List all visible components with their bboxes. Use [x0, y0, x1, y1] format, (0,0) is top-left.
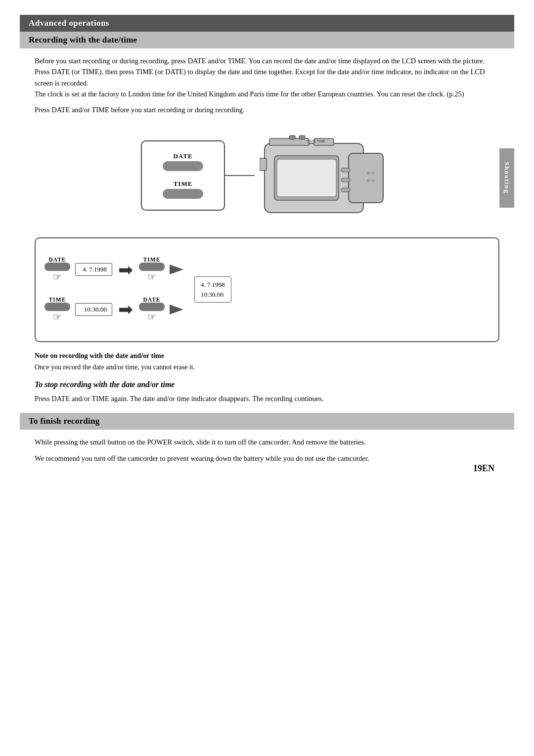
- svg-rect-15: [260, 158, 267, 171]
- date-pill: [163, 161, 203, 171]
- button-box: DATE TIME: [141, 140, 225, 211]
- sidebar-label: Shooting: [499, 148, 514, 208]
- small-arrow-bottom: [170, 303, 183, 316]
- time-press-unit: TIME ☞ 10:30:00: [44, 297, 112, 323]
- time-button-row: TIME: [163, 180, 203, 199]
- top-diagram: DATE TIME: [20, 124, 514, 232]
- header-title: Advanced operations: [29, 18, 109, 28]
- date-press-unit2: DATE ☞: [139, 297, 183, 323]
- section1-body1: Before you start recording or during rec…: [35, 57, 485, 87]
- svg-point-11: [367, 179, 370, 182]
- time-press-btn: TIME ☞: [44, 297, 70, 323]
- hand-icon4: ☞: [147, 311, 156, 323]
- section2-title: To finish recording: [29, 416, 100, 426]
- date-press-btn: DATE ☞: [44, 257, 70, 283]
- step3-label: TIME: [143, 257, 161, 263]
- step3-press-btn: TIME ☞: [139, 257, 165, 283]
- page-number: 19EN: [473, 463, 494, 474]
- section1-title-bar: Recording with the date/time: [20, 32, 514, 48]
- svg-point-10: [372, 172, 375, 175]
- small-arrow-top: [170, 263, 183, 276]
- stop-body: Press DATE and/or TIME again. The date a…: [20, 393, 514, 404]
- svg-marker-19: [170, 305, 183, 314]
- section1-body: Before you start recording or during rec…: [20, 55, 514, 100]
- svg-rect-3: [277, 159, 336, 197]
- svg-rect-6: [341, 168, 350, 172]
- svg-point-12: [372, 179, 375, 182]
- time-pill: [163, 189, 203, 199]
- step-date-label: DATE: [48, 257, 66, 263]
- time-display-box: 10:30:00: [75, 303, 112, 316]
- camera-illustration: DATE TIME: [255, 129, 393, 222]
- section2-title-bar: To finish recording: [20, 413, 514, 430]
- step3-ppill: [139, 263, 165, 271]
- svg-rect-13: [289, 135, 295, 139]
- hand-icon3: ☞: [147, 271, 156, 283]
- right-col: TIME ☞ DATE ☞: [139, 257, 183, 323]
- svg-point-9: [367, 172, 370, 175]
- note-text: Once you record the date and/or time, yo…: [35, 362, 499, 372]
- result-col: 4. 7.1998 10:30:00: [194, 276, 231, 303]
- section2-body1: While pressing the small button on the P…: [20, 437, 514, 447]
- date-button-row: DATE: [163, 152, 203, 171]
- note-title: Note on recording with the date and/or t…: [35, 352, 499, 360]
- svg-rect-14: [299, 135, 305, 139]
- stop-heading: To stop recording with the date and/or t…: [20, 380, 514, 389]
- result-line2: 10:30:00: [201, 290, 225, 300]
- date-press-unit: DATE ☞ 4. 7.1998: [44, 257, 112, 283]
- svg-rect-1: [349, 153, 383, 203]
- arrow-top: ➡: [118, 260, 133, 280]
- svg-text:DATE: DATE: [307, 139, 316, 143]
- section1-body2: The clock is set at the factory to Londo…: [35, 90, 464, 98]
- left-col: DATE ☞ 4. 7.1998 TIME ☞ 10:30:00: [44, 257, 112, 323]
- time-ppill: [44, 303, 70, 311]
- result-line1: 4. 7.1998: [201, 280, 225, 290]
- svg-text:TIME: TIME: [317, 139, 325, 143]
- camera-svg: DATE TIME: [260, 129, 388, 222]
- time-label: TIME: [174, 180, 193, 188]
- hand-icon1: ☞: [53, 271, 62, 283]
- section2-body2: We recommend you turn off the camcorder …: [20, 453, 514, 464]
- step4-press-btn: DATE ☞: [139, 297, 165, 323]
- date-ppill: [44, 263, 70, 271]
- svg-marker-18: [170, 265, 183, 274]
- date-display-box: 4. 7.1998: [75, 263, 112, 276]
- svg-rect-7: [341, 178, 350, 182]
- date-label: DATE: [173, 152, 192, 160]
- hand-icon2: ☞: [53, 311, 62, 323]
- section1-title: Recording with the date/time: [29, 35, 137, 44]
- arrow-bottom: ➡: [118, 299, 133, 320]
- note-section: Note on recording with the date and/or t…: [20, 352, 514, 372]
- svg-rect-8: [341, 188, 350, 192]
- step4-ppill: [139, 303, 165, 311]
- step4-label: DATE: [143, 297, 160, 303]
- result-display-box: 4. 7.1998 10:30:00: [194, 276, 231, 303]
- time-press-unit2: TIME ☞: [139, 257, 183, 283]
- step-diagram: DATE ☞ 4. 7.1998 TIME ☞ 10:30:00: [35, 237, 499, 342]
- connecting-line: [225, 175, 255, 176]
- mid-arrows: ➡ ➡: [118, 250, 133, 329]
- instruction-line: Press DATE and/or TIME before you start …: [20, 105, 514, 116]
- step-time-label: TIME: [49, 297, 66, 303]
- header-bar: Advanced operations: [20, 15, 514, 32]
